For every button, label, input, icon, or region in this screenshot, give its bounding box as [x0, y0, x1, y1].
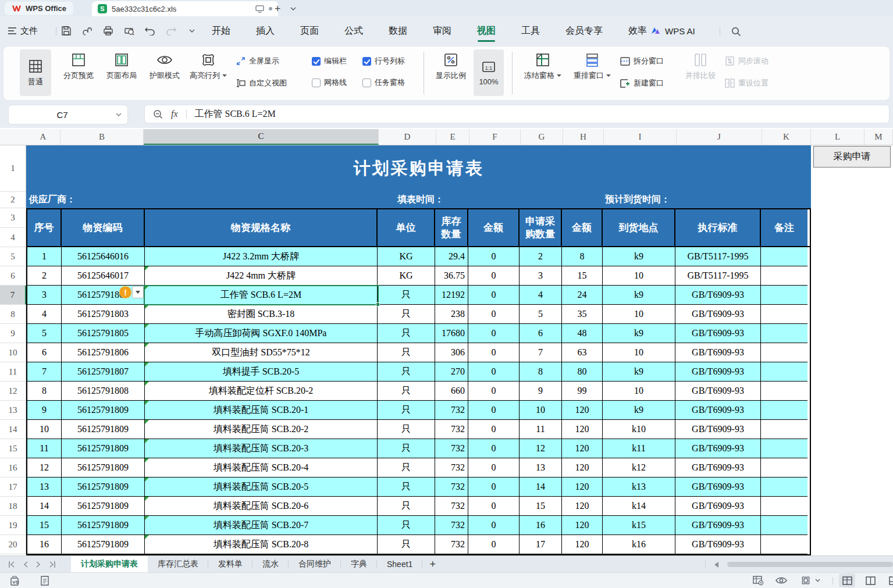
cell-G8[interactable]: 5 [520, 305, 562, 324]
cell-G14[interactable]: 11 [520, 420, 562, 439]
cell-E15[interactable]: 732 [435, 439, 468, 458]
cell-G19[interactable]: 16 [520, 516, 562, 535]
cell-H16[interactable]: 120 [562, 458, 603, 477]
sheet-subheader-row[interactable]: 供应厂商： 填表时间： 预计到货时间： [26, 192, 811, 208]
cell-C16[interactable]: 填料装配压筒 SCB.20-4 [145, 458, 378, 477]
cell-H6[interactable]: 15 [562, 266, 603, 286]
cell-D6[interactable]: KG [378, 266, 435, 286]
checkbox-headings[interactable]: 行号列标 [362, 56, 405, 66]
cell-F19[interactable]: 0 [468, 516, 520, 535]
view-pagebreak-button[interactable]: 分页预览 [58, 52, 99, 81]
cell-H8[interactable]: 35 [562, 305, 603, 324]
view-normal-statusbutton[interactable] [839, 573, 855, 587]
cell-E16[interactable]: 732 [435, 458, 468, 477]
cell-E17[interactable]: 732 [435, 477, 468, 497]
row-header-18[interactable]: 18 [0, 497, 26, 516]
cell-I20[interactable]: k16 [603, 535, 675, 554]
row-header-9[interactable]: 9 [0, 324, 26, 343]
cell-D16[interactable]: 只 [378, 458, 435, 477]
row-header-5[interactable]: 5 [0, 247, 26, 266]
menu-tab-视图[interactable]: 视图 [464, 16, 508, 45]
cell-H15[interactable]: 120 [562, 439, 603, 458]
row-header-1[interactable]: 1 [0, 145, 26, 192]
save-icon[interactable] [61, 25, 72, 37]
cell-J13[interactable]: GB/T6909-93 [675, 401, 761, 420]
cell-J6[interactable]: GB/T5117-1995 [675, 266, 761, 286]
cell-D17[interactable]: 只 [378, 477, 435, 497]
cell-C8[interactable]: 密封圈 SCB.3-18 [145, 305, 378, 324]
horizontal-scrollbar[interactable] [727, 562, 893, 567]
cell-B11[interactable]: 56125791807 [62, 362, 145, 382]
cell-B12[interactable]: 56125791808 [62, 382, 145, 401]
cell-I14[interactable]: k10 [603, 420, 675, 439]
cell-D20[interactable]: 只 [378, 535, 435, 554]
table-header-cell[interactable]: 物资编码 [62, 209, 145, 246]
table-header-cell[interactable]: 物资规格名称 [145, 209, 378, 246]
cell-D18[interactable]: 只 [378, 497, 435, 516]
column-header-G[interactable]: G [521, 129, 563, 145]
cell-B16[interactable]: 56125791809 [62, 458, 145, 477]
cell-C14[interactable]: 填料装配压筒 SCB.20-2 [145, 420, 378, 439]
menu-tab-工具[interactable]: 工具 [508, 16, 553, 45]
cell-J14[interactable]: GB/T6909-93 [675, 420, 761, 439]
cell-J5[interactable]: GB/T5117-1995 [675, 247, 761, 266]
column-header-K[interactable]: K [762, 129, 811, 145]
cell-C17[interactable]: 填料装配压筒 SCB.20-5 [145, 477, 378, 497]
cell-K5[interactable] [761, 247, 807, 266]
row-header-16[interactable]: 16 [0, 458, 26, 477]
cell-A16[interactable]: 12 [27, 458, 62, 477]
cell-E10[interactable]: 306 [435, 343, 468, 362]
cell-J9[interactable]: GB/T6909-93 [675, 324, 761, 343]
cell-I17[interactable]: k13 [603, 477, 675, 497]
cell-C19[interactable]: 填料装配压筒 SCB.20-7 [145, 516, 378, 535]
cell-I12[interactable]: 10 [603, 382, 675, 401]
cell-A20[interactable]: 16 [27, 535, 62, 554]
cell-H11[interactable]: 80 [562, 362, 603, 382]
row-header-6[interactable]: 6 [0, 266, 26, 286]
cell-H14[interactable]: 120 [562, 420, 603, 439]
new-tab-button[interactable]: + [271, 2, 284, 15]
cell-G10[interactable]: 7 [520, 343, 562, 362]
sheet-tab-合同维护[interactable]: 合同维护 [289, 556, 341, 572]
column-header-B[interactable]: B [61, 129, 144, 145]
cell-J8[interactable]: GB/T6909-93 [675, 305, 761, 324]
arrange-windows-button[interactable]: 重排窗口 [569, 52, 616, 81]
menu-tab-开始[interactable]: 开始 [199, 16, 243, 45]
checkbox-formula-bar[interactable]: 编辑栏 [312, 56, 347, 66]
error-warning-icon[interactable]: ! [119, 286, 131, 298]
cell-E20[interactable]: 732 [435, 535, 468, 554]
macro-vb-icon[interactable] [9, 575, 22, 586]
cell-J16[interactable]: GB/T6909-93 [675, 458, 761, 477]
cell-A12[interactable]: 8 [27, 382, 62, 401]
cell-J18[interactable]: GB/T6909-93 [675, 497, 761, 516]
cell-F17[interactable]: 0 [468, 477, 520, 497]
tab-list-chevron-icon[interactable] [287, 2, 299, 15]
cell-A5[interactable]: 1 [27, 247, 62, 266]
cell-E11[interactable]: 270 [435, 362, 468, 382]
error-options-dropdown[interactable] [132, 286, 144, 298]
cell-I10[interactable]: 10 [603, 343, 675, 362]
cell-D14[interactable]: 只 [378, 420, 435, 439]
cell-K11[interactable] [761, 362, 807, 382]
reset-position-button[interactable]: 重设位置 [725, 78, 769, 88]
cell-G9[interactable]: 6 [520, 324, 562, 343]
cell-C13[interactable]: 填料装配压筒 SCB.20-1 [145, 401, 378, 420]
cell-A13[interactable]: 9 [27, 401, 62, 420]
cell-C7[interactable]: 工作管 SCB.6 L=2M [145, 286, 378, 305]
device-sync-icon[interactable] [255, 5, 264, 13]
cell-B14[interactable]: 56125791809 [62, 420, 145, 439]
cell-E18[interactable]: 732 [435, 497, 468, 516]
cell-F16[interactable]: 0 [468, 458, 520, 477]
cell-C9[interactable]: 手动高压卸荷阀 SGXF.0 140MPa [145, 324, 378, 343]
row-header-17[interactable]: 17 [0, 477, 26, 497]
fill-handle[interactable] [376, 302, 380, 307]
sheet-tab-Sheet1[interactable]: Sheet1 [377, 556, 422, 572]
cell-C10[interactable]: 双口型油封 SD55*75*12 [145, 343, 378, 362]
column-header-D[interactable]: D [379, 129, 436, 145]
cell-E6[interactable]: 36.75 [435, 266, 468, 286]
table-header-cell[interactable]: 金额 [562, 209, 603, 246]
formula-input-panel[interactable]: fx 工作管 SCB.6 L=2M [144, 105, 890, 123]
sync-scroll-button[interactable]: 同步滚动 [725, 56, 769, 66]
namebox-chevron-icon[interactable] [116, 113, 127, 116]
cell-B15[interactable]: 56125791809 [62, 439, 145, 458]
